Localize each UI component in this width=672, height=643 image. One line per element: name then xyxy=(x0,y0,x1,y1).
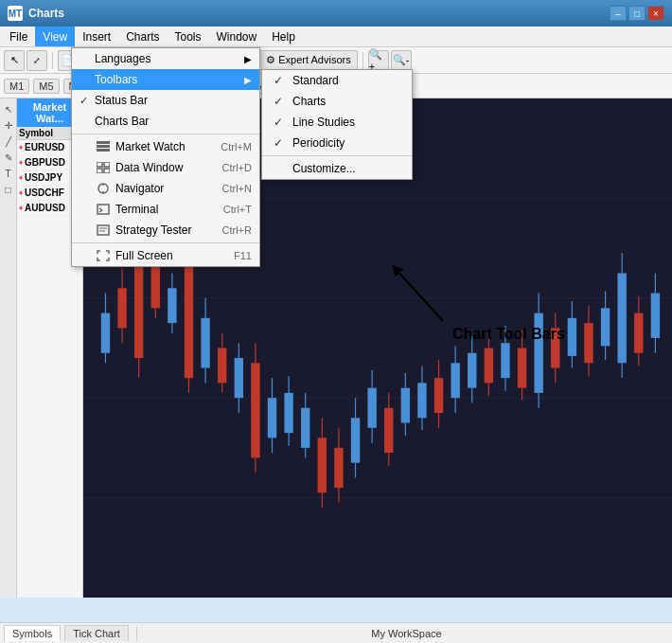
diamond-icon: ♦ xyxy=(19,204,23,212)
diamond-icon: ♦ xyxy=(19,173,23,182)
terminal-shortcut: Ctrl+T xyxy=(223,204,252,215)
crosshair-icon[interactable]: ✛ xyxy=(2,118,15,132)
menu-status-bar[interactable]: ✓ Status Bar xyxy=(72,90,259,111)
svg-rect-58 xyxy=(384,408,393,453)
menu-tools[interactable]: Tools xyxy=(168,27,209,46)
svg-rect-111 xyxy=(97,149,110,152)
svg-rect-73 xyxy=(468,353,476,388)
menu-terminal[interactable]: Terminal Ctrl+T xyxy=(72,199,259,220)
menu-insert[interactable]: Insert xyxy=(75,27,118,46)
svg-rect-106 xyxy=(651,294,660,338)
full-screen-shortcut: F11 xyxy=(234,250,252,261)
svg-rect-52 xyxy=(351,418,360,462)
annotation-arrow xyxy=(363,236,457,330)
menu-navigator[interactable]: Navigator Ctrl+N xyxy=(72,178,259,199)
menu-strategy-tester[interactable]: Strategy Tester Ctrl+R xyxy=(72,220,259,241)
periodicity-label: Periodicity xyxy=(292,136,345,150)
menu-full-screen[interactable]: Full Screen F11 xyxy=(72,245,259,266)
close-button[interactable]: × xyxy=(647,6,664,21)
check-icon: ✓ xyxy=(274,136,287,150)
maximize-button[interactable]: □ xyxy=(628,6,645,21)
svg-rect-91 xyxy=(568,318,576,356)
window-controls[interactable]: – □ × xyxy=(610,6,664,21)
minimize-button[interactable]: – xyxy=(610,6,627,21)
menu-window[interactable]: Window xyxy=(209,27,265,46)
status-sep xyxy=(136,626,137,641)
line-icon[interactable]: ╱ xyxy=(2,134,15,148)
app-title: Charts xyxy=(28,7,64,20)
svg-rect-100 xyxy=(617,273,626,363)
submenu-charts[interactable]: ✓ Charts xyxy=(262,91,412,112)
svg-rect-22 xyxy=(185,248,193,378)
data-window-icon xyxy=(95,161,112,174)
toolbar-zoom-out[interactable]: 🔍- xyxy=(391,50,412,71)
diamond-icon: ♦ xyxy=(19,188,23,197)
title-bar: MT Charts – □ × xyxy=(0,0,672,27)
menu-data-window[interactable]: Data Window Ctrl+D xyxy=(72,157,259,178)
status-bar: Symbols Tick Chart My WorkSpace xyxy=(0,622,672,643)
annotation-text: Chart Tool Bars xyxy=(452,326,565,342)
menu-charts[interactable]: Charts xyxy=(118,27,167,46)
market-watch-label: Market Watch xyxy=(115,140,186,153)
menu-file[interactable]: File xyxy=(2,27,35,46)
toolbar-sep-1 xyxy=(52,52,53,69)
charts-label: Charts xyxy=(292,95,326,108)
rect-icon[interactable]: □ xyxy=(2,183,15,196)
submenu-line-studies[interactable]: ✓ Line Studies xyxy=(262,112,412,133)
svg-rect-43 xyxy=(301,408,309,448)
svg-line-121 xyxy=(99,210,102,212)
menu-toolbars[interactable]: Toolbars ▶ ✓ Standard ✓ Charts ✓ Line St… xyxy=(72,69,259,90)
timeframe-m1[interactable]: M1 xyxy=(4,79,29,94)
pencil-icon[interactable]: ✎ xyxy=(2,151,15,164)
menu-charts-bar[interactable]: Charts Bar xyxy=(72,111,259,132)
toolbar-zoom-in[interactable]: 🔍+ xyxy=(368,50,389,71)
market-watch-shortcut: Ctrl+M xyxy=(221,141,252,152)
text-icon[interactable]: T xyxy=(2,167,15,180)
menu-help[interactable]: Help xyxy=(264,27,303,46)
menu-bar: File View Insert Charts Tools Window Hel… xyxy=(0,27,672,47)
data-window-shortcut: Ctrl+D xyxy=(222,162,252,173)
svg-rect-31 xyxy=(235,358,243,398)
customize-label: Customize... xyxy=(292,162,356,175)
svg-rect-115 xyxy=(104,169,110,173)
toolbar-btn-2[interactable]: ⤢ xyxy=(27,50,47,71)
expert-advisors-button[interactable]: ⚙ Expert Advisors xyxy=(259,50,357,71)
svg-rect-46 xyxy=(318,438,327,492)
tab-symbols[interactable]: Symbols xyxy=(4,625,61,641)
submenu-periodicity[interactable]: ✓ Periodicity xyxy=(262,133,412,153)
menu-languages[interactable]: Languages ▶ xyxy=(72,48,259,69)
svg-rect-119 xyxy=(97,205,109,214)
svg-rect-64 xyxy=(417,383,426,418)
svg-rect-109 xyxy=(97,141,110,144)
submenu-standard[interactable]: ✓ Standard xyxy=(262,70,412,91)
timeframe-m5[interactable]: M5 xyxy=(33,79,59,94)
check-icon: ✓ xyxy=(274,95,287,108)
check-icon: ✓ xyxy=(274,74,287,87)
svg-rect-19 xyxy=(168,288,176,323)
strategy-tester-shortcut: Ctrl+R xyxy=(222,224,252,236)
check-icon: ✓ xyxy=(80,95,91,107)
diamond-icon: ♦ xyxy=(19,158,23,167)
svg-rect-7 xyxy=(101,313,110,353)
standard-label: Standard xyxy=(292,74,339,87)
tab-tick-chart[interactable]: Tick Chart xyxy=(64,625,129,641)
check-icon: ✓ xyxy=(274,116,287,129)
svg-rect-25 xyxy=(201,318,209,368)
menu-market-watch[interactable]: Market Watch Ctrl+M xyxy=(72,136,259,157)
svg-rect-122 xyxy=(97,225,109,235)
menu-view[interactable]: View xyxy=(35,27,75,46)
svg-rect-82 xyxy=(518,348,526,388)
svg-rect-67 xyxy=(434,378,443,413)
svg-rect-97 xyxy=(601,308,610,346)
submenu-arrow: ▶ xyxy=(244,54,252,64)
submenu-separator xyxy=(262,155,412,156)
svg-rect-76 xyxy=(485,348,493,384)
cursor-icon[interactable]: ↖ xyxy=(2,102,15,116)
submenu-customize[interactable]: Customize... xyxy=(262,158,412,179)
data-window-label: Data Window xyxy=(115,161,183,174)
svg-rect-10 xyxy=(117,288,126,328)
market-watch-icon xyxy=(95,140,112,153)
toolbar-btn-1[interactable]: ↖ xyxy=(4,50,25,71)
strategy-tester-label: Strategy Tester xyxy=(115,223,191,237)
navigator-label: Navigator xyxy=(115,182,164,195)
